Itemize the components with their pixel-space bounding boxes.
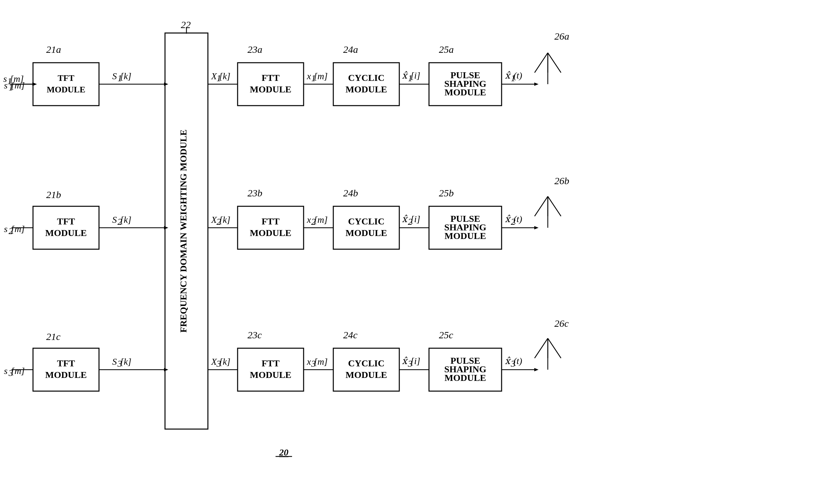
xhat3t-bracket: (t): [513, 356, 522, 366]
s3m-label: s: [4, 366, 8, 376]
tft-label-b-2: MODULE: [45, 228, 87, 238]
cyclic-label-b-2: MODULE: [345, 228, 387, 238]
ftt-label-b-2: MODULE: [250, 228, 291, 238]
xhat1i-label: x̂: [402, 70, 408, 81]
xhat2t-label: x̂: [505, 214, 511, 224]
ref-24b: 24b: [343, 188, 358, 198]
x2m-bracket: [m]: [314, 214, 328, 225]
s1m-bracket: [m]: [11, 80, 25, 90]
ref-26c: 26c: [554, 318, 569, 329]
svg-line-32: [548, 196, 561, 216]
tft-label-a-1: TFT: [58, 73, 75, 83]
ref-24c: 24c: [343, 329, 357, 340]
S2k-label: S: [112, 214, 117, 225]
xhat2t-bracket: (t): [513, 214, 522, 224]
xhat1t-bracket: (t): [513, 70, 522, 81]
ref-23c: 23c: [247, 329, 262, 340]
xhat3i-bracket: [i]: [411, 356, 420, 366]
svg-line-46: [535, 338, 548, 358]
ref-21c: 21c: [46, 331, 61, 342]
S2k-bracket: [k]: [120, 214, 131, 225]
tft-block-a: [33, 63, 99, 106]
ftt-label-c-1: FTT: [262, 358, 280, 368]
svg-marker-12: [534, 83, 538, 86]
xhat1i-bracket: [i]: [411, 70, 420, 81]
ref-24a: 24a: [343, 44, 358, 55]
pulse-label-c-3: MODULE: [444, 373, 486, 383]
s1m-label: s: [4, 80, 8, 90]
diagram-container: 21a TFT MODULE s 1 [m] FREQUENCY DOMAIN …: [0, 0, 824, 504]
cyclic-label-c-1: CYCLIC: [348, 358, 385, 368]
ftt-label-c-2: MODULE: [250, 370, 291, 380]
ref-25c: 25c: [439, 329, 453, 340]
diagram-number: 20: [279, 447, 288, 458]
svg-line-16: [548, 53, 561, 73]
ref-25a: 25a: [439, 44, 454, 55]
svg-marker-44: [534, 368, 538, 371]
tft-label-b-1: TFT: [57, 216, 75, 226]
tft-label-c-2: MODULE: [45, 370, 87, 380]
xhat3i-label: x̂: [402, 356, 408, 366]
x3m-bracket: [m]: [314, 357, 328, 367]
x3m-label: x: [307, 357, 311, 367]
cyclic-label-a-2: MODULE: [345, 84, 387, 94]
x1m-bracket: [m]: [314, 71, 328, 81]
ref-21b: 21b: [46, 189, 61, 200]
ref-23a: 23a: [247, 44, 262, 55]
X3k-bracket: [k]: [219, 357, 230, 367]
pulse-label-b-3: MODULE: [444, 231, 486, 241]
ftt-label-a-1: FTT: [262, 73, 280, 83]
ref-26a: 26a: [554, 31, 569, 41]
svg-line-48: [548, 338, 561, 358]
S3k-bracket: [k]: [120, 357, 131, 367]
svg-line-30: [535, 196, 548, 216]
pulse-label-a-3: MODULE: [444, 87, 486, 97]
s2m-bracket: [m]: [11, 224, 25, 234]
svg-line-14: [535, 53, 548, 73]
s2m-label: s: [4, 224, 8, 234]
xhat3t-label: x̂: [505, 356, 511, 366]
ref-21a: 21a: [46, 44, 61, 55]
cyclic-label-a-1: CYCLIC: [348, 73, 385, 83]
cyclic-label-c-2: MODULE: [345, 370, 387, 380]
S3k-label: S: [112, 357, 117, 367]
ref-23b: 23b: [247, 188, 262, 198]
ftt-label-b-1: FTT: [262, 216, 280, 226]
X2k-bracket: [k]: [219, 214, 230, 225]
ftt-label-a-2: MODULE: [250, 84, 291, 94]
S1k-label: S: [112, 71, 117, 81]
ref-26b: 26b: [554, 175, 569, 186]
xhat2i-label: x̂: [402, 214, 408, 224]
freq-domain-label: FREQUENCY DOMAIN WEIGHTING MODULE: [178, 129, 188, 332]
S1k-bracket: [k]: [120, 71, 131, 81]
ref-22: 22: [181, 19, 191, 30]
cyclic-label-b-1: CYCLIC: [348, 216, 385, 226]
tft-label-a-2: MODULE: [47, 85, 86, 94]
s3m-bracket: [m]: [11, 366, 25, 376]
x1m-label: x: [307, 71, 311, 81]
x2m-label: x: [307, 214, 311, 225]
X1k-bracket: [k]: [219, 71, 230, 81]
svg-marker-28: [534, 226, 538, 229]
tft-label-c-1: TFT: [57, 358, 75, 368]
xhat2i-bracket: [i]: [411, 214, 420, 224]
ref-25b: 25b: [439, 188, 454, 198]
xhat1t-label: x̂: [505, 70, 511, 81]
